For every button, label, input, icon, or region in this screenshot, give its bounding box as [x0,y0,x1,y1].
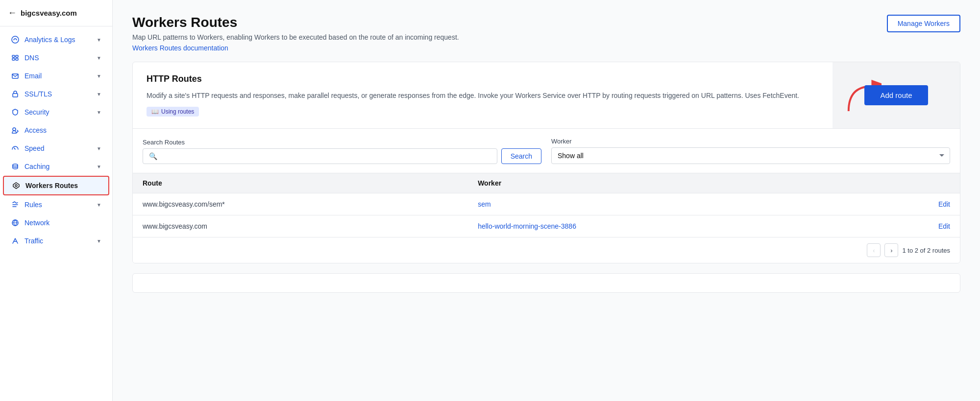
shield-icon [11,108,20,117]
sidebar-item-rules[interactable]: Rules ▼ [3,196,109,213]
sidebar-item-network[interactable]: Network [3,214,109,232]
search-label: Search Routes [143,139,541,146]
svg-rect-1 [12,55,15,57]
chevron-down-icon: ▼ [97,37,101,43]
sidebar-item-dns[interactable]: DNS ▼ [3,49,109,67]
manage-workers-button[interactable]: Manage Workers [887,15,960,32]
svg-point-8 [13,164,18,166]
pagination-summary: 1 to 2 of 2 routes [902,247,950,254]
cell-route: www.bigcsveasy.com/sem* [133,193,468,215]
table-row: www.bigcsveasy.com/sem*semEdit [133,193,960,215]
svg-rect-3 [12,58,15,60]
add-route-button[interactable]: Add route [864,85,928,105]
email-icon [11,71,20,80]
worker-filter-group: Worker Show all [551,138,950,164]
sidebar-item-label: Rules [24,201,92,209]
sidebar-domain: bigcsveasy.com [21,9,77,17]
svg-rect-2 [16,55,18,57]
svg-marker-9 [13,183,19,189]
sidebar-item-analytics-logs[interactable]: Analytics & Logs ▼ [3,31,109,48]
cell-worker: sem [468,193,857,215]
cell-route: www.bigcsveasy.com [133,215,468,237]
sidebar-header: ← bigcsveasy.com [0,0,112,26]
chevron-down-icon: ▼ [97,55,101,61]
pagination-prev-button[interactable]: ‹ [867,243,881,257]
card-action-panel: Add route [833,62,960,128]
sidebar-item-label: Speed [24,144,92,152]
sidebar-item-traffic[interactable]: Traffic ▼ [3,232,109,250]
pagination-next-button[interactable]: › [884,243,898,257]
svg-point-10 [15,185,17,187]
page-header: Workers Routes Map URL patterns to Worke… [132,15,960,52]
table-row: www.bigcsveasy.comhello-world-morning-sc… [133,215,960,237]
worker-select[interactable]: Show all [551,147,950,164]
card-top: HTTP Routes Modify a site's HTTP request… [133,62,960,128]
sidebar-item-email[interactable]: Email ▼ [3,67,109,85]
search-icon: 🔍 [149,152,157,160]
dns-icon [11,53,20,62]
network-icon [11,218,20,227]
search-input[interactable] [161,152,491,160]
cell-worker: hello-world-morning-scene-3886 [468,215,857,237]
worker-link[interactable]: hello-world-morning-scene-3886 [478,222,576,230]
sidebar-item-ssl-tls[interactable]: SSL/TLS ▼ [3,85,109,103]
cell-edit: Edit [857,215,960,237]
card-description: Modify a site's HTTP requests and respon… [147,90,819,101]
bottom-card [132,273,960,293]
chevron-down-icon: ▼ [97,73,101,79]
sidebar-item-speed[interactable]: Speed ▼ [3,140,109,157]
worker-link[interactable]: sem [478,200,490,208]
sidebar-item-label: Caching [24,163,92,170]
sidebar-item-security[interactable]: Security ▼ [3,103,109,121]
lock-icon [11,90,20,98]
caching-icon [11,162,20,171]
book-icon: 📖 [151,108,159,115]
search-button[interactable]: Search [501,148,541,164]
sidebar: ← bigcsveasy.com Analytics & Logs ▼ DNS … [0,0,113,401]
chart-icon [11,35,20,44]
cell-edit: Edit [857,193,960,215]
page-title-block: Workers Routes Map URL patterns to Worke… [132,15,459,52]
using-routes-badge[interactable]: 📖 Using routes [147,107,199,117]
access-icon [11,126,20,135]
chevron-down-icon: ▼ [97,238,101,244]
table-header-row: Route Worker [133,173,960,193]
sidebar-item-label: Email [24,72,92,80]
search-input-wrap: 🔍 [143,148,497,164]
svg-rect-4 [16,58,18,60]
page-subtitle: Map URL patterns to Workers, enabling Wo… [132,33,459,41]
search-input-row: 🔍 Search [143,148,541,164]
sidebar-nav: Analytics & Logs ▼ DNS ▼ Email ▼ SSL/TLS [0,26,112,254]
sidebar-item-label: Workers Routes [25,182,100,189]
sidebar-item-label: Network [24,219,101,227]
chevron-down-icon: ▼ [97,202,101,208]
back-arrow-icon[interactable]: ← [8,8,17,18]
search-group: Search Routes 🔍 Search [143,139,541,164]
sidebar-item-access[interactable]: Access [3,121,109,139]
chevron-down-icon: ▼ [97,164,101,169]
chevron-down-icon: ▼ [97,110,101,115]
sidebar-item-caching[interactable]: Caching ▼ [3,158,109,175]
worker-filter-label: Worker [551,138,950,145]
doc-link[interactable]: Workers Routes documentation [132,44,228,52]
search-filter-row: Search Routes 🔍 Search Worker Show all [133,128,960,173]
chevron-down-icon: ▼ [97,92,101,97]
sidebar-item-label: Analytics & Logs [24,36,92,44]
main-content: Workers Routes Map URL patterns to Worke… [113,0,980,401]
http-routes-card: HTTP Routes Modify a site's HTTP request… [132,62,960,263]
svg-point-7 [13,128,16,131]
card-info: HTTP Routes Modify a site's HTTP request… [133,62,833,128]
rules-icon [11,200,20,209]
col-header-route: Route [133,173,468,193]
sidebar-item-label: DNS [24,54,92,62]
edit-link[interactable]: Edit [938,222,950,230]
edit-link[interactable]: Edit [938,200,950,208]
speed-icon [11,144,20,153]
workers-icon [12,181,21,190]
sidebar-item-workers-routes[interactable]: Workers Routes [3,176,109,195]
routes-table: Route Worker www.bigcsveasy.com/sem*semE… [133,173,960,237]
sidebar-item-label: SSL/TLS [24,90,92,98]
card-section-title: HTTP Routes [147,74,819,84]
svg-point-0 [12,36,19,43]
sidebar-item-label: Traffic [24,237,92,245]
